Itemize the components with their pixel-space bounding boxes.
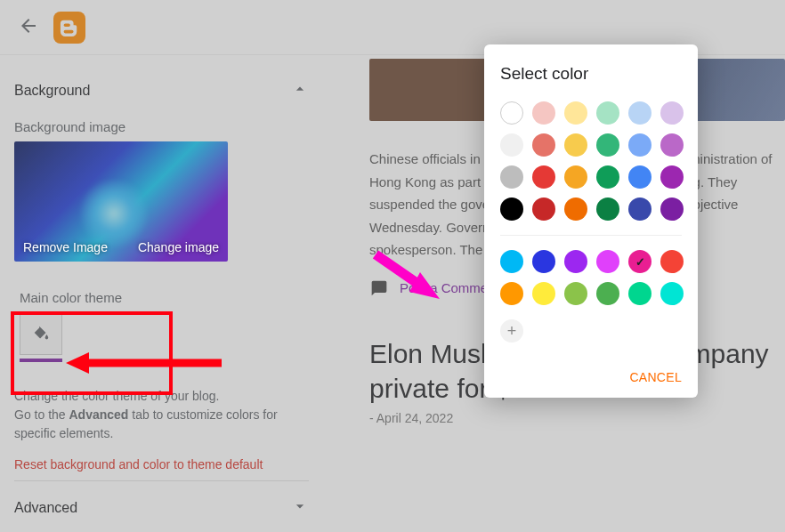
article-date: - April 24, 2022 bbox=[369, 411, 785, 425]
color-swatch[interactable] bbox=[500, 165, 523, 189]
color-swatch[interactable] bbox=[596, 282, 619, 305]
blogger-logo bbox=[53, 12, 85, 44]
color-swatch[interactable] bbox=[596, 250, 619, 273]
custom-palette bbox=[500, 250, 682, 305]
color-swatch[interactable] bbox=[532, 250, 555, 273]
section-title: Advanced bbox=[14, 500, 77, 516]
divider bbox=[14, 480, 309, 481]
color-swatch[interactable] bbox=[500, 197, 523, 221]
color-swatch[interactable] bbox=[628, 133, 651, 157]
cancel-button[interactable]: CANCEL bbox=[629, 370, 682, 384]
background-thumbnail[interactable]: Remove Image Change image bbox=[14, 141, 228, 262]
theme-help-text: Change the color theme of your blog. Go … bbox=[14, 387, 309, 443]
color-swatch[interactable] bbox=[660, 101, 684, 125]
color-swatch[interactable] bbox=[596, 165, 619, 189]
main-color-theme-section: Main color theme bbox=[14, 278, 309, 371]
color-swatch[interactable] bbox=[564, 165, 587, 189]
back-icon[interactable] bbox=[18, 15, 39, 40]
color-swatch[interactable] bbox=[660, 165, 684, 189]
color-swatch[interactable] bbox=[532, 133, 555, 157]
section-background[interactable]: Background bbox=[14, 69, 309, 112]
color-swatch[interactable] bbox=[564, 250, 587, 273]
color-swatch[interactable] bbox=[628, 282, 651, 305]
theme-sidebar: Background Background image Remove Image… bbox=[0, 55, 327, 532]
paint-bucket-icon bbox=[31, 324, 51, 343]
divider bbox=[500, 235, 682, 236]
color-swatch[interactable] bbox=[500, 282, 523, 305]
color-swatch[interactable] bbox=[596, 197, 619, 221]
color-swatch[interactable] bbox=[660, 197, 684, 221]
remove-image-button[interactable]: Remove Image bbox=[23, 240, 108, 254]
color-swatch[interactable] bbox=[628, 250, 651, 273]
color-swatch[interactable] bbox=[564, 197, 587, 221]
color-swatch[interactable] bbox=[660, 250, 684, 273]
color-swatch[interactable] bbox=[660, 282, 684, 305]
color-swatch[interactable] bbox=[532, 165, 555, 189]
color-swatch[interactable] bbox=[532, 197, 555, 221]
preset-palette bbox=[500, 101, 682, 221]
color-swatch[interactable] bbox=[596, 101, 619, 125]
background-image-label: Background image bbox=[14, 119, 309, 134]
color-swatch[interactable] bbox=[628, 101, 651, 125]
main-color-theme-label: Main color theme bbox=[20, 290, 300, 305]
color-swatch[interactable] bbox=[596, 133, 619, 157]
color-theme-button[interactable] bbox=[20, 312, 62, 355]
section-title: Background bbox=[14, 83, 90, 99]
color-picker-popover: Select color + CANCEL bbox=[484, 44, 698, 398]
popover-title: Select color bbox=[500, 64, 682, 84]
section-advanced[interactable]: Advanced bbox=[14, 487, 309, 529]
color-swatch[interactable] bbox=[628, 197, 651, 221]
color-swatch[interactable] bbox=[500, 101, 523, 125]
color-swatch[interactable] bbox=[532, 101, 555, 125]
current-theme-underline bbox=[20, 359, 62, 362]
change-image-button[interactable]: Change image bbox=[138, 240, 219, 254]
color-swatch[interactable] bbox=[532, 282, 555, 305]
color-swatch[interactable] bbox=[660, 133, 684, 157]
color-swatch[interactable] bbox=[500, 250, 523, 273]
color-swatch[interactable] bbox=[564, 101, 587, 125]
color-swatch[interactable] bbox=[628, 165, 651, 189]
add-color-button[interactable]: + bbox=[500, 319, 523, 343]
comment-icon bbox=[369, 279, 389, 297]
chevron-up-icon bbox=[291, 80, 309, 101]
color-swatch[interactable] bbox=[500, 133, 523, 157]
chevron-down-icon bbox=[291, 497, 309, 519]
color-swatch[interactable] bbox=[564, 133, 587, 157]
color-swatch[interactable] bbox=[564, 282, 587, 305]
reset-theme-link[interactable]: Reset background and color to theme defa… bbox=[14, 457, 309, 472]
